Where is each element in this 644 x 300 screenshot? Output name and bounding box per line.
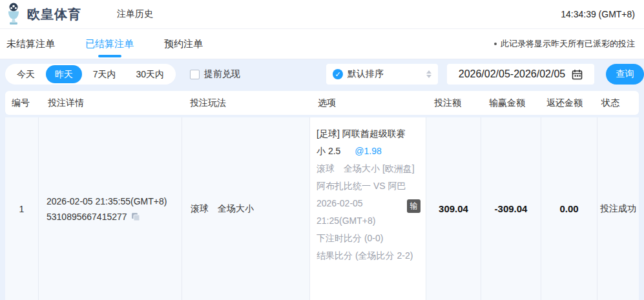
query-button[interactable]: 查询 bbox=[606, 64, 644, 85]
date-range-value: 2026/02/05-2026/02/05 bbox=[459, 68, 565, 80]
filter-bar: 今天 昨天 7天内 30天内 提前兑现 ✓ 默认排序 2026/02/05-20… bbox=[0, 64, 644, 85]
range-30days-button[interactable]: 30天内 bbox=[127, 65, 173, 83]
server-time: 14:34:39 (GMT+8) bbox=[561, 9, 635, 19]
table-row: 1 2026-02-05 21:35:55(GMT+8) 53108956674… bbox=[5, 117, 639, 300]
col-option: 选项 bbox=[310, 97, 426, 109]
col-id: 编号 bbox=[5, 97, 39, 109]
tab-reserved[interactable]: 预约注单 bbox=[164, 29, 203, 59]
option-match-time: 2026-02-05 21:25(GMT+8) bbox=[317, 195, 419, 230]
early-cashout-checkbox[interactable]: 提前兑现 bbox=[190, 68, 240, 80]
tab-bar: 未结算注单 已结算注单 预约注单 此记录将显示昨天所有已派彩的投注 bbox=[0, 29, 644, 59]
copy-icon[interactable] bbox=[131, 212, 140, 221]
date-range-input[interactable]: 2026/02/05-2026/02/05 bbox=[447, 64, 594, 85]
option-market: 滚球 全场大小 [欧洲盘] bbox=[317, 160, 419, 177]
option-final-score: 结果比分 (全场比分 2-2) bbox=[317, 247, 419, 265]
bet-number: 5310895667415277 bbox=[47, 209, 127, 225]
col-bet-detail: 投注详情 bbox=[39, 97, 182, 109]
option-cell: [足球] 阿联酋超级联赛 小 2.5@1.98 滚球 全场大小 [欧洲盘] 阿布… bbox=[310, 117, 426, 300]
win-loss-amount: -309.04 bbox=[481, 117, 541, 300]
option-pick: 小 2.5 bbox=[317, 146, 340, 156]
col-play: 投注玩法 bbox=[182, 97, 310, 109]
history-note-text: 此记录将显示昨天所有已派彩的投注 bbox=[501, 38, 635, 50]
top-bar: 欧皇体育 注单历史 14:34:39 (GMT+8) bbox=[0, 0, 644, 29]
date-range-segment: 今天 昨天 7天内 30天内 bbox=[5, 64, 176, 85]
col-refund: 返还金额 bbox=[541, 97, 597, 109]
checkbox-icon[interactable] bbox=[190, 70, 200, 79]
result-lose-badge: 输 bbox=[407, 199, 421, 213]
refund-amount: 0.00 bbox=[541, 117, 597, 300]
option-match: 阿布扎比统一 VS 阿巴 bbox=[317, 177, 419, 195]
bullet-icon bbox=[494, 43, 497, 45]
row-id: 1 bbox=[5, 117, 39, 300]
sort-caret-icon bbox=[426, 70, 431, 78]
page-title: 注单历史 bbox=[117, 8, 153, 20]
range-yesterday-button[interactable]: 昨天 bbox=[46, 65, 82, 83]
play-cell: 滚球 全场大小 bbox=[182, 117, 310, 300]
tab-settled[interactable]: 已结算注单 bbox=[85, 29, 134, 59]
option-pick-line: 小 2.5@1.98 bbox=[317, 143, 419, 160]
bet-time: 2026-02-05 21:35:55(GMT+8) bbox=[47, 194, 182, 209]
col-status: 状态 bbox=[597, 97, 639, 109]
option-league: [足球] 阿联酋超级联赛 bbox=[317, 125, 419, 143]
trophy-logo-icon bbox=[5, 3, 22, 26]
calendar-icon[interactable] bbox=[572, 69, 583, 80]
range-7days-button[interactable]: 7天内 bbox=[84, 65, 125, 83]
play-type: 滚球 全场大小 bbox=[191, 203, 309, 215]
option-score-at-bet: 下注时比分 (0-0) bbox=[317, 230, 419, 247]
col-amount: 投注额 bbox=[426, 97, 481, 109]
early-cashout-label: 提前兑现 bbox=[204, 68, 240, 80]
brand-name: 欧皇体育 bbox=[27, 6, 81, 23]
bet-amount: 309.04 bbox=[426, 117, 481, 300]
option-odds: @1.98 bbox=[355, 146, 381, 156]
bet-detail-cell: 2026-02-05 21:35:55(GMT+8) 5310895667415… bbox=[39, 117, 182, 300]
table-header: 编号 投注详情 投注玩法 选项 投注额 输赢金额 返还金额 状态 bbox=[5, 91, 639, 115]
sort-select[interactable]: ✓ 默认排序 bbox=[326, 64, 438, 85]
col-winloss: 输赢金额 bbox=[481, 97, 541, 109]
sort-selected-value: 默认排序 bbox=[348, 68, 384, 80]
range-today-button[interactable]: 今天 bbox=[8, 65, 44, 83]
status-text: 投注成功 bbox=[597, 117, 639, 300]
history-note: 此记录将显示昨天所有已派彩的投注 bbox=[494, 38, 635, 50]
check-circle-icon: ✓ bbox=[333, 69, 343, 79]
tab-unsettled[interactable]: 未结算注单 bbox=[6, 29, 55, 59]
